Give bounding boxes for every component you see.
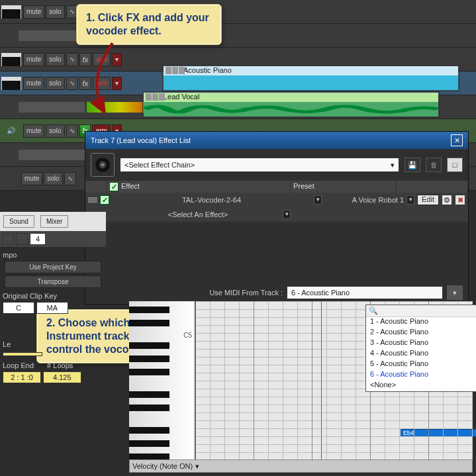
solo-button[interactable]: solo [46,5,64,19]
edit-button[interactable]: Edit [417,195,439,205]
fraction-input[interactable]: 4 [30,233,46,245]
arm-button[interactable]: arm [93,77,111,90]
play-cursor[interactable] [321,301,322,473]
pan-slider[interactable] [19,150,85,160]
effect-header: ✓ Effect Preset [85,181,468,193]
automation-button[interactable]: ∿ [64,172,76,185]
keyboard-icon [1,53,21,66]
midi-option[interactable]: <None> [366,381,476,391]
fx-button[interactable]: fx [79,53,92,66]
velocity-lane[interactable]: Velocity (Note ON)▾ [129,459,473,473]
rec-menu-button[interactable]: ▾ [112,77,122,90]
solo-button[interactable]: solo [46,124,64,138]
automation-button[interactable]: ∿ [66,53,78,66]
arm-button[interactable]: arm [93,53,111,66]
enable-checkbox[interactable]: ✓ [100,195,109,205]
automation-button[interactable]: ∿ [66,124,78,138]
midi-option[interactable]: 2 - Acoustic Piano [366,328,476,338]
midi-option[interactable]: 3 - Acoustic Piano [366,338,476,349]
pan-slider[interactable] [19,102,85,113]
trash-icon[interactable]: 🗑 [426,158,442,172]
select-effect-chain[interactable]: <Select Effect Chain>▾ [120,158,399,172]
tool-button[interactable] [16,233,28,245]
new-icon[interactable]: □ [447,158,463,172]
mute-button[interactable]: mute [23,53,44,66]
svg-point-2 [101,164,104,166]
midi-option-selected[interactable]: 6 - Acoustic Piano [366,370,476,381]
keyboard-icon [1,5,21,19]
effect-list-dialog: Track 7 (Lead vocal) Effect List ✕ <Sele… [85,131,469,305]
mixer-tab[interactable]: Mixer [40,215,68,228]
transpose-button[interactable]: Transpose [5,275,101,288]
effect-dropdown[interactable]: ▾ [314,195,322,205]
speaker-icon: 🔊 [1,124,21,138]
scale-input[interactable]: MA [36,302,68,314]
left-panel: Sound Mixer 4 mpo Use Project Key Transp… [0,212,106,387]
automation-button[interactable]: ∿ [66,77,78,90]
rec-menu-button[interactable]: ▾ [112,53,122,66]
drag-handle-icon[interactable] [88,197,97,203]
key-input[interactable]: C [3,302,34,314]
effect-row-vocoder[interactable]: ✓ TAL-Vocoder-2-64 ▾ A Voice Robot 1 ▾ E… [85,193,468,207]
mute-button[interactable]: mute [21,172,42,185]
dialog-titlebar[interactable]: Track 7 (Lead vocal) Effect List ✕ [85,132,468,149]
mute-button[interactable]: mute [23,5,44,19]
fx-button[interactable]: fx [79,77,92,90]
preset-dropdown[interactable]: ▾ [406,195,414,205]
clip-header-piano[interactable]: Acoustic Piano [164,66,458,75]
solo-button[interactable]: solo [44,172,62,185]
use-project-key-button[interactable]: Use Project Key [5,261,101,273]
clip-header-vocal[interactable]: Lead Vocal [144,93,438,102]
chain-icon[interactable] [91,153,115,177]
pan-slider[interactable] [19,30,85,41]
delete-icon[interactable]: ✖ [455,195,465,205]
tool-button[interactable] [2,233,14,245]
mute-button[interactable]: mute [23,77,44,90]
loops-input[interactable]: 4.125 [43,371,81,383]
mute-button[interactable]: mute [23,124,44,138]
save-icon[interactable]: 💾 [405,158,420,172]
keyboard-icon [1,77,21,90]
effect-row-add[interactable]: <Select An Effect> ▾ [85,207,468,222]
midi-option[interactable]: 1 - Acoustic Piano [366,317,476,328]
midi-from-dropdown[interactable]: 🔍 1 - Acoustic Piano 2 - Acoustic Piano … [365,305,476,392]
length-input[interactable] [3,352,42,356]
solo-button[interactable]: solo [46,77,64,90]
piano-keyboard[interactable]: C5 [129,301,195,473]
sound-tab[interactable]: Sound [3,215,34,228]
solo-button[interactable]: solo [46,53,64,66]
midi-option[interactable]: 4 - Acoustic Piano [366,349,476,359]
loop-end-input[interactable]: 2 : 1 :0 [3,371,41,383]
add-effect-dropdown[interactable]: ▾ [283,210,291,219]
close-icon[interactable]: ✕ [451,134,463,146]
gear-icon[interactable]: ⚙ [442,195,452,205]
search-input[interactable]: 🔍 [366,305,476,317]
midi-from-select[interactable]: 6 - Acoustic Piano [287,286,443,299]
midi-option[interactable]: 5 - Acoustic Piano [366,359,476,370]
callout-1: 1. Click FX and add your vocoder effect. [76,4,222,45]
chevron-down-icon[interactable]: ▾ [447,285,463,300]
midi-from-label: Use MIDI From Track : [209,289,283,297]
